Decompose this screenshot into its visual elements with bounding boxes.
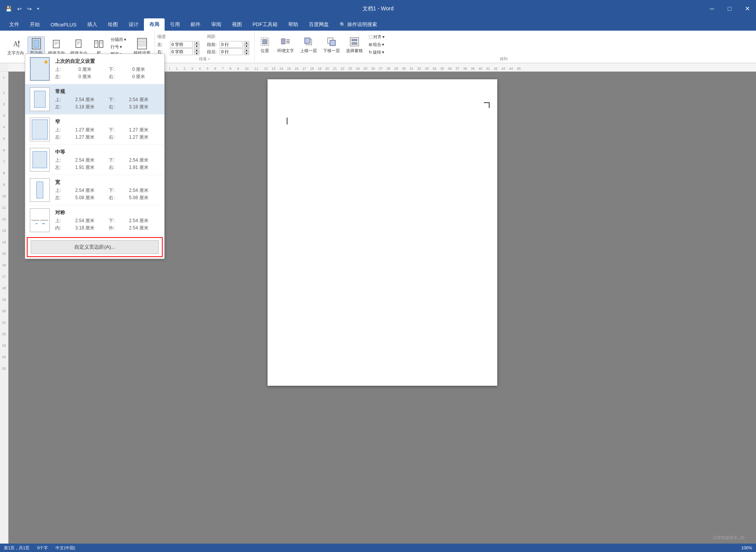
text-cursor <box>287 118 287 124</box>
align-button[interactable]: ⬚ 对齐 ▾ <box>367 34 386 40</box>
svg-rect-4 <box>34 40 39 48</box>
tab-file[interactable]: 文件 <box>4 18 24 31</box>
redo-button[interactable]: ↪ <box>26 5 33 13</box>
tab-references[interactable]: 引用 <box>165 18 185 31</box>
tab-home[interactable]: 开始 <box>24 18 45 31</box>
text-direction-button[interactable]: A 文字方向 <box>5 37 26 57</box>
spacing-after-spinner[interactable]: ▲ ▼ <box>244 48 249 55</box>
indent-left-row: 左: ▲ ▼ <box>157 41 199 48</box>
margin-item-last-custom[interactable]: ★ 上次的自定义设置 上: 0 厘米 下: 0 厘米 左: 0 厘米 右: 0 … <box>25 54 164 84</box>
spacing-before-down[interactable]: ▼ <box>244 44 249 48</box>
spacing-before-spinner[interactable]: ▲ ▼ <box>244 41 249 48</box>
bring-forward-icon <box>302 36 315 48</box>
svg-rect-36 <box>352 39 357 41</box>
ribbon-group-indent-spacing: 缩进 左: ▲ ▼ 右: ▲ ▼ <box>155 32 255 61</box>
ribbon-group-arrange: 位置 环绕文字 上移一层 <box>255 32 753 61</box>
draft-icon <box>136 38 148 50</box>
svg-rect-14 <box>100 41 103 48</box>
margin-item-wide[interactable]: 宽 上: 2.54 厘米 下: 2.54 厘米 左: 5.08 厘米 右: 5.… <box>25 175 164 205</box>
separator-button[interactable]: 分隔符 ▾ <box>109 36 128 43</box>
watermark: CSDN@泳水_zh <box>713 535 745 541</box>
margin-preview-wide <box>30 178 50 202</box>
tab-baidu[interactable]: 百度网盘 <box>304 18 334 31</box>
indent-left-down[interactable]: ▼ <box>194 44 199 48</box>
margin-info-moderate: 中等 上: 2.54 厘米 下: 2.54 厘米 左: 1.91 厘米 右: 1… <box>55 149 160 171</box>
quick-access-dropdown[interactable]: ▾ <box>36 6 41 11</box>
indent-right-up[interactable]: ▲ <box>194 48 199 52</box>
spacing-before-input[interactable] <box>220 41 243 48</box>
selection-pane-icon <box>348 36 361 48</box>
tab-insert[interactable]: 插入 <box>82 18 103 31</box>
ruler-corner <box>0 63 8 71</box>
vertical-ruler: L 1 2 3 4 5 6 7 8 9 10 11 12 13 14 15 16… <box>0 72 8 545</box>
indent-right-down[interactable]: ▼ <box>194 52 199 55</box>
indent-left-up[interactable]: ▲ <box>194 41 199 44</box>
margins-dropdown: ★ 上次的自定义设置 上: 0 厘米 下: 0 厘米 左: 0 厘米 右: 0 … <box>25 54 165 259</box>
title-bar: 💾 ↩ ↪ ▾ 文档1 - Word ─ □ ✕ <box>0 0 756 17</box>
svg-rect-27 <box>281 39 285 44</box>
close-button[interactable]: ✕ <box>738 0 756 17</box>
bring-forward-button[interactable]: 上移一层 <box>298 34 319 55</box>
window-title: 文档1 - Word <box>362 5 394 12</box>
papersize-icon <box>73 38 85 50</box>
margin-preview-narrow <box>30 118 50 141</box>
wrap-text-button[interactable]: 环绕文字 <box>275 34 296 55</box>
align-icon: ⬚ <box>369 34 372 39</box>
spacing-after-input[interactable] <box>220 48 243 55</box>
send-backward-button[interactable]: 下移一层 <box>321 34 342 55</box>
margin-info-narrow: 窄 上: 1.27 厘米 下: 1.27 厘米 左: 1.27 厘米 右: 1.… <box>55 118 160 141</box>
indent-left-spinner[interactable]: ▲ ▼ <box>194 41 199 48</box>
group-button[interactable]: ⊞ 组合 ▾ <box>367 41 386 48</box>
indent-left-label: 左: <box>157 42 169 48</box>
indent-left-input[interactable] <box>170 41 193 48</box>
page-corner-mark <box>484 102 490 108</box>
custom-margins-button[interactable]: 自定义页边距(A)... <box>31 240 159 254</box>
margin-info-mirrored: 对称 上: 2.54 厘米 下: 2.54 厘米 内: 3.18 厘米 外: 2… <box>55 209 160 231</box>
tab-design[interactable]: 设计 <box>123 18 144 31</box>
rotate-button[interactable]: ↻ 旋转 ▾ <box>367 49 386 56</box>
indent-label: 缩进 <box>157 34 199 39</box>
position-button[interactable]: 位置 <box>257 34 273 55</box>
search-icon: 🔍 <box>340 22 346 28</box>
tab-layout[interactable]: 布局 <box>144 18 165 31</box>
spacing-before-row: 段前: ▲ ▼ <box>207 41 249 48</box>
spacing-after-down[interactable]: ▼ <box>244 52 249 55</box>
title-label: 文档1 - Word <box>362 5 394 12</box>
tab-help[interactable]: 帮助 <box>283 18 304 31</box>
selection-pane-button[interactable]: 选择窗格 <box>344 34 365 55</box>
margin-item-moderate[interactable]: 中等 上: 2.54 厘米 下: 2.54 厘米 左: 1.91 厘米 右: 1… <box>25 145 164 175</box>
rotate-icon: ↻ <box>369 50 372 55</box>
tab-pdf[interactable]: PDF工具箱 <box>247 18 283 31</box>
spacing-after-up[interactable]: ▲ <box>244 48 249 52</box>
margin-preview-moderate <box>30 148 50 172</box>
status-bar: 第1页，共1页 0个字 中文(中国) 100% <box>0 544 756 552</box>
document-page[interactable] <box>268 79 497 386</box>
quick-access-toolbar: 💾 ↩ ↪ ▾ <box>4 5 41 13</box>
tab-search[interactable]: 🔍 操作说明搜索 <box>334 18 382 31</box>
margin-item-mirrored[interactable]: 对称 上: 2.54 厘米 下: 2.54 厘米 内: 3.18 厘米 外: 2… <box>25 205 164 236</box>
columns-icon <box>93 38 105 50</box>
svg-rect-35 <box>350 38 359 46</box>
minimize-button[interactable]: ─ <box>703 0 721 17</box>
indent-right-spinner[interactable]: ▲ ▼ <box>194 48 199 55</box>
page-info: 第1页，共1页 <box>4 545 29 551</box>
save-button[interactable]: 💾 <box>4 5 13 13</box>
spacing-label: 间距 <box>207 34 249 39</box>
undo-button[interactable]: ↩ <box>16 5 23 13</box>
tab-officeplus[interactable]: OfficePLUS <box>45 18 82 31</box>
line-numbers-button[interactable]: 行号 ▾ <box>109 44 128 50</box>
tab-draw[interactable]: 绘图 <box>103 18 123 31</box>
margin-item-normal[interactable]: 常规 上: 2.54 厘米 下: 2.54 厘米 左: 3.18 厘米 右: 3… <box>25 84 164 115</box>
tab-review[interactable]: 审阅 <box>206 18 227 31</box>
tab-mailings[interactable]: 邮件 <box>185 18 206 31</box>
margin-info-normal: 常规 上: 2.54 厘米 下: 2.54 厘米 左: 3.18 厘米 右: 3… <box>55 88 160 110</box>
zoom-level: 100% <box>741 545 752 550</box>
tab-view[interactable]: 视图 <box>227 18 247 31</box>
margin-item-narrow[interactable]: 窄 上: 1.27 厘米 下: 1.27 厘米 左: 1.27 厘米 右: 1.… <box>25 115 164 145</box>
indent-right-input[interactable] <box>170 48 193 55</box>
spacing-before-up[interactable]: ▲ <box>244 41 249 44</box>
svg-rect-9 <box>76 40 81 48</box>
ribbon-tab-bar: 文件 开始 OfficePLUS 插入 绘图 设计 布局 引用 邮件 审阅 视图… <box>0 17 756 31</box>
maximize-button[interactable]: □ <box>721 0 738 17</box>
margin-info-wide: 宽 上: 2.54 厘米 下: 2.54 厘米 左: 5.08 厘米 右: 5.… <box>55 179 160 201</box>
